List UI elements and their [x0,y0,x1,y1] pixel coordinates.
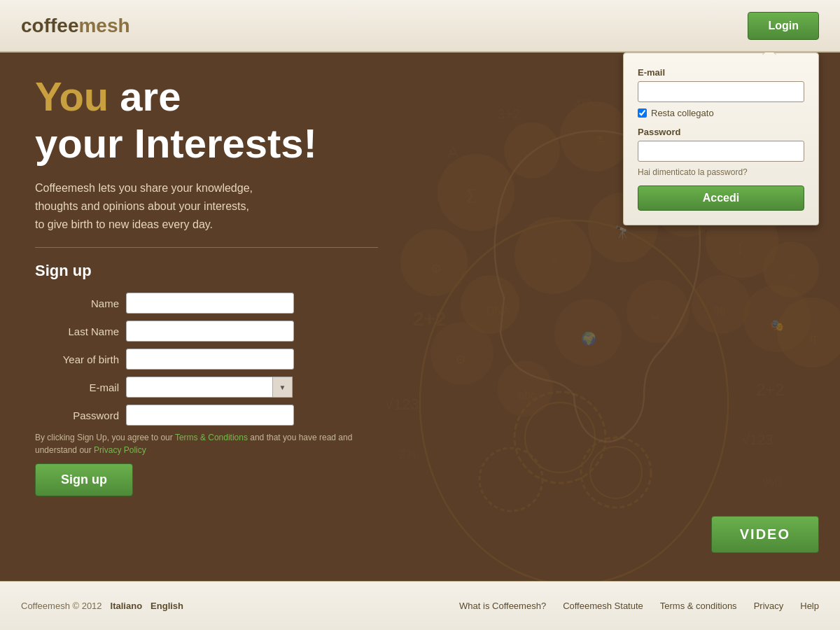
footer-right: What is Coffeemesh? Coffeemesh Statute T… [459,601,819,611]
popup-email-label: E-mail [638,67,804,78]
svg-point-24 [590,447,642,498]
login-popup: E-mail Resta collegato Password Hai dime… [623,52,819,225]
email-row: E-mail ▼ [35,377,385,398]
email-input[interactable] [126,377,273,398]
svg-text:⚙: ⚙ [430,262,442,276]
svg-point-20 [743,285,811,352]
terms-text: By clicking Sign Up, you agree to our Te… [35,431,378,456]
yearofbirth-label: Year of birth [35,354,119,365]
video-button[interactable]: VIDEO [711,516,819,553]
svg-point-22 [525,402,595,472]
svg-text:∑: ∑ [465,186,477,203]
privacy-link[interactable]: Privacy Policy [94,445,146,455]
signup-form: Name Last Name Year of birth E-mail ▼ Pa… [35,293,385,426]
signup-button[interactable]: Sign up [35,463,133,496]
footer: Coffeemesh © 2012 Italiano English What … [0,581,840,630]
svg-text:√123: √123 [742,432,773,447]
svg-point-25 [479,448,542,511]
signup-title: Sign up [35,262,427,280]
svg-text:🎭: 🎭 [770,318,784,332]
lang-english[interactable]: English [150,601,183,611]
svg-text:⚛: ⚛ [548,252,561,267]
svg-text:abc: abc [518,389,536,401]
password-label: Password [35,410,119,421]
svg-point-18 [626,280,690,343]
svg-text:∞: ∞ [788,270,795,282]
main-content: ∑ ⚗ ♫ 🎨 ⚙ DNA ⚛ 🔭 H₂O ∫ ∞ π ⚙ abc 🌍 ✂ % … [0,52,840,581]
svg-text:2+2: 2+2 [756,380,785,399]
popup-email-input[interactable] [638,81,804,102]
footer-link-help[interactable]: Help [800,601,819,611]
tagline: You areyour Interests! [35,74,427,167]
stay-connected-label[interactable]: Resta collegato [651,108,714,118]
footer-link-privacy[interactable]: Privacy [754,601,784,611]
name-input[interactable] [126,293,294,314]
lastname-row: Last Name [35,321,385,342]
logo-mesh: mesh [78,15,130,36]
svg-text:%0: %0 [763,475,781,489]
svg-text:3+2: 3+2 [497,106,521,122]
svg-text:A: A [448,144,458,161]
yearofbirth-row: Year of birth [35,349,385,370]
lastname-label: Last Name [35,326,119,337]
svg-point-2 [504,122,560,178]
yearofbirth-input[interactable] [126,349,294,370]
lang-italiano[interactable]: Italiano [111,601,143,611]
popup-password-label: Password [638,127,804,137]
footer-link-statute[interactable]: Coffeemesh Statute [563,601,643,611]
name-label: Name [35,298,119,309]
svg-text:∫: ∫ [737,241,743,255]
logo-coffee: coffee [21,15,78,36]
password-row: Password [35,405,385,426]
footer-link-what[interactable]: What is Coffeemesh? [459,601,546,611]
header: coffeemesh Login [0,0,840,52]
tagline-you: You [35,74,108,119]
svg-text:4/2: 4/2 [574,97,592,111]
divider [35,247,378,248]
svg-text:🌍: 🌍 [581,331,597,346]
terms-link[interactable]: Terms & Conditions [175,433,248,442]
footer-left: Coffeemesh © 2012 Italiano English [21,601,183,611]
svg-text:⚙: ⚙ [455,353,466,367]
svg-text:✂: ✂ [651,312,660,324]
stay-connected-row: Resta collegato [638,108,804,118]
login-button[interactable]: Login [748,12,819,40]
logo: coffeemesh [21,15,130,37]
svg-text:DNA: DNA [486,305,510,317]
email-dropdown-button[interactable]: ▼ [273,377,293,398]
description: Coffeemesh lets you share your knowledge… [35,179,378,233]
popup-password-input[interactable] [638,141,804,162]
footer-link-terms[interactable]: Terms & conditions [660,601,737,611]
left-content: You areyour Interests! Coffeemesh lets y… [35,74,427,496]
svg-text:🔭: 🔭 [615,225,631,240]
svg-point-23 [581,438,651,507]
accedi-button[interactable]: Accedi [638,186,804,211]
stay-connected-checkbox[interactable] [638,108,647,118]
svg-point-16 [497,360,553,416]
email-label: E-mail [35,382,119,393]
svg-text:⚗: ⚗ [594,134,605,148]
svg-text:%: % [714,304,725,318]
copyright: Coffeemesh © 2012 [21,601,102,611]
svg-text:π: π [808,332,817,346]
forgot-password-link[interactable]: Hai dimenticato la password? [638,167,804,177]
lastname-input[interactable] [126,321,294,342]
name-row: Name [35,293,385,314]
password-input[interactable] [126,405,294,426]
signup-button-wrap: Sign up [35,463,427,496]
